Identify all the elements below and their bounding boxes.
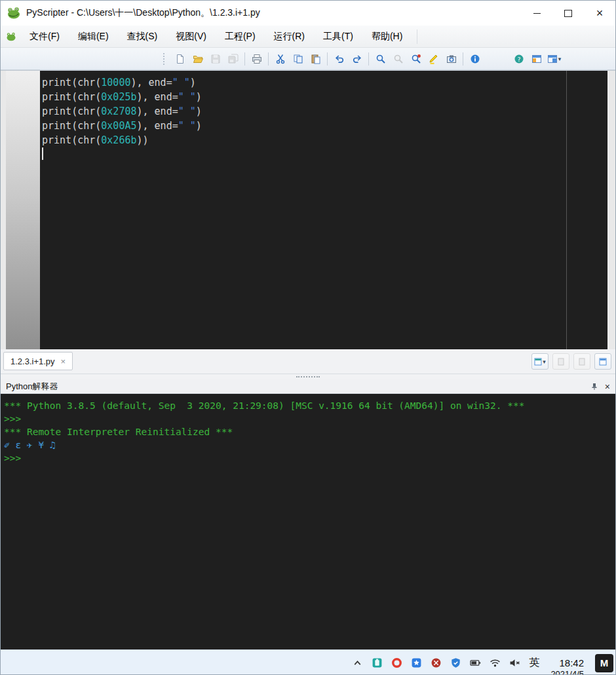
close-icon: × — [596, 7, 604, 19]
menu-bar-divider — [417, 29, 417, 44]
search-next-icon — [393, 54, 404, 64]
code-line[interactable]: print(chr(0x2708), end=" ") — [42, 104, 607, 119]
hidden-icons-chevron-icon[interactable] — [352, 657, 363, 668]
app-star-tray-icon[interactable] — [411, 657, 422, 668]
panel-splitter[interactable] — [1, 374, 615, 379]
open-folder-icon — [193, 54, 203, 64]
pyscripter-window: PyScripter - C:\Users\十一\Desktop\Python。… — [0, 0, 616, 675]
interpreter-line[interactable]: >>> — [4, 412, 615, 425]
tab-label: 1.2.3.i+1.py — [10, 357, 55, 366]
redo-button[interactable] — [348, 50, 366, 68]
info-icon — [470, 54, 480, 64]
code-line[interactable]: print(chr(0x266b)) — [42, 133, 607, 147]
toolbar-separator — [463, 52, 463, 66]
new-file-button[interactable] — [171, 50, 189, 68]
menu-help[interactable]: 帮助(H) — [362, 27, 412, 47]
code-line[interactable]: print(chr(0x00A5), end=" ") — [42, 119, 607, 133]
window-icon — [599, 358, 607, 366]
security-shield-tray-icon[interactable] — [450, 657, 461, 668]
tab-file[interactable]: 1.2.3.i+1.py × — [3, 352, 73, 370]
input-language-indicator[interactable]: 英 — [529, 656, 539, 670]
battery-icon[interactable] — [470, 657, 481, 668]
python-docs-button[interactable] — [466, 50, 484, 68]
pyscripter-mini-icon — [6, 31, 16, 42]
copy-button[interactable] — [289, 50, 307, 68]
window-title: PyScripter - C:\Users\十一\Desktop\Python。… — [26, 7, 260, 19]
find-in-files-button[interactable] — [407, 50, 425, 68]
maximize-button[interactable] — [552, 1, 584, 26]
panel-close-icon[interactable]: × — [605, 382, 610, 391]
save-all-button[interactable] — [224, 50, 242, 68]
taskbar-clock[interactable]: 18:42 2021/4/5 — [550, 650, 584, 675]
toolbar-separator — [268, 52, 269, 66]
minimize-icon — [533, 13, 541, 14]
svg-text:?: ? — [517, 55, 520, 62]
panel-actions: × — [590, 382, 610, 391]
paste-button[interactable] — [307, 50, 324, 68]
new-file-icon — [175, 54, 185, 64]
next-editor-button[interactable] — [573, 353, 590, 370]
pyscripter-logo-icon — [7, 6, 21, 20]
interpreter-line[interactable]: >>> — [4, 452, 615, 465]
browser-tray-icon[interactable] — [391, 657, 402, 668]
menu-edit[interactable]: 编辑(E) — [69, 27, 118, 47]
toolbar-grip[interactable] — [163, 53, 166, 65]
page-icon — [578, 358, 586, 366]
chevron-down-icon: ▾ — [543, 358, 546, 365]
layout-grid-icon — [531, 54, 542, 64]
interpreter-line[interactable]: *** Remote Interpreter Reinitialized *** — [4, 425, 615, 438]
text-caret — [42, 147, 43, 160]
minimize-button[interactable] — [521, 1, 552, 26]
menu-view[interactable]: 视图(V) — [166, 27, 216, 47]
ime-badge[interactable]: M — [595, 654, 613, 672]
menu-tools[interactable]: 工具(T) — [314, 27, 362, 47]
interpreter-line[interactable]: *** Python 3.8.5 (default, Sep 3 2020, 2… — [4, 399, 615, 412]
menu-search[interactable]: 查找(S) — [118, 27, 167, 47]
new-editor-window-button[interactable] — [594, 353, 611, 370]
save-button[interactable] — [206, 50, 224, 68]
undo-button[interactable] — [330, 50, 348, 68]
usb-device-tray-icon[interactable] — [372, 657, 383, 668]
interpreter-line[interactable]: ✐ ɛ ✈ ¥ ♫ — [4, 438, 615, 452]
camera-icon — [446, 54, 457, 64]
pin-icon[interactable] — [590, 383, 598, 391]
clock-date: 2021/4/5 — [550, 668, 584, 675]
network-wifi-icon[interactable] — [490, 657, 501, 668]
code-editor[interactable]: print(chr(10000), end=" ")print(chr(0x02… — [40, 71, 607, 349]
find-next-button[interactable] — [389, 50, 407, 68]
search-icon — [375, 54, 386, 64]
code-line[interactable]: print(chr(0x025b), end=" ") — [42, 90, 607, 104]
layouts-menu-button[interactable]: ▾ — [545, 50, 563, 68]
toolbar-separator — [327, 52, 328, 66]
menu-run[interactable]: 运行(R) — [265, 27, 314, 47]
ime-badge-label: M — [600, 657, 609, 668]
app-muted-tray-icon[interactable] — [431, 657, 442, 668]
find-button[interactable] — [372, 50, 389, 68]
code-line[interactable]: print(chr(10000), end=" ") — [42, 75, 607, 90]
menu-file[interactable]: 文件(F) — [20, 27, 69, 47]
cut-button[interactable] — [271, 50, 289, 68]
layouts-button[interactable] — [528, 50, 545, 68]
open-file-button[interactable] — [189, 50, 206, 68]
highlight-button[interactable] — [425, 50, 442, 68]
page-icon — [557, 358, 565, 366]
capture-button[interactable] — [442, 50, 460, 68]
code-area[interactable]: print(chr(10000), end=" ")print(chr(0x02… — [40, 71, 607, 349]
menu-bar: 文件(F) 编辑(E) 查找(S) 视图(V) 工程(P) 运行(R) 工具(T… — [1, 26, 615, 48]
menu-project[interactable]: 工程(P) — [216, 27, 265, 47]
tab-close-icon[interactable]: × — [61, 357, 66, 366]
print-icon — [252, 54, 262, 64]
python-interpreter[interactable]: *** Python 3.8.5 (default, Sep 3 2020, 2… — [1, 394, 615, 649]
views-icon — [534, 358, 542, 366]
previous-editor-button[interactable] — [552, 353, 569, 370]
print-button[interactable] — [248, 50, 265, 68]
splitter-grip-icon — [296, 376, 320, 377]
title-bar: PyScripter - C:\Users\十一\Desktop\Python。… — [1, 1, 615, 26]
interpreter-panel-title: Python解释器 — [6, 381, 58, 393]
toolbar-separator — [368, 52, 369, 66]
layout-grid-icon — [547, 54, 558, 64]
assistant-button[interactable]: ? — [510, 50, 528, 68]
close-button[interactable]: × — [584, 1, 615, 26]
editor-views-dropdown-button[interactable]: ▾ — [531, 353, 549, 370]
volume-muted-icon[interactable] — [509, 657, 520, 668]
